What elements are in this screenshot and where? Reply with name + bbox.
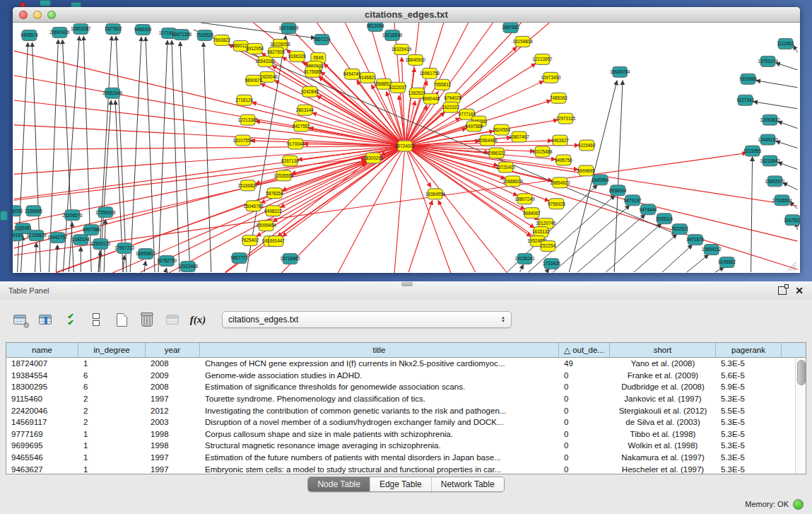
- graph-node[interactable]: 9466160: [134, 24, 152, 35]
- graph-edge[interactable]: [776, 141, 798, 148]
- graph-node[interactable]: 16640910: [406, 54, 426, 65]
- graph-node[interactable]: 9857771: [230, 253, 248, 264]
- graph-node[interactable]: 8427552: [293, 121, 310, 132]
- graph-node[interactable]: 18107554: [233, 135, 253, 146]
- graph-edge[interactable]: [715, 267, 724, 272]
- graph-node[interactable]: 12973115: [555, 113, 575, 124]
- graph-edge[interactable]: [438, 200, 476, 272]
- graph-edge[interactable]: [634, 234, 677, 272]
- graph-edge[interactable]: [35, 243, 36, 272]
- graph-node[interactable]: 7515526: [196, 30, 213, 40]
- graph-edge[interactable]: [180, 42, 190, 272]
- graph-node[interactable]: 9827508: [267, 47, 285, 57]
- graph-node[interactable]: 9329966: [739, 74, 757, 84]
- graph-edge[interactable]: [158, 40, 167, 272]
- graph-node[interactable]: 16995817: [136, 249, 156, 259]
- graph-node[interactable]: 8938934: [609, 185, 627, 196]
- graph-node[interactable]: 12444153: [758, 134, 778, 145]
- graph-edge[interactable]: [778, 122, 798, 129]
- graph-node[interactable]: 12505135: [90, 239, 111, 250]
- graph-node[interactable]: 252254: [541, 241, 556, 252]
- tab-node-table[interactable]: Node Table: [308, 477, 370, 491]
- graph-edge[interactable]: [317, 95, 399, 143]
- graph-node[interactable]: 15751074: [758, 56, 778, 66]
- graph-edge[interactable]: [165, 268, 167, 272]
- graph-edge[interactable]: [553, 205, 630, 272]
- graph-node[interactable]: 19942757: [47, 233, 68, 243]
- graph-edge[interactable]: [56, 245, 57, 272]
- splitter-handle[interactable]: [401, 282, 413, 286]
- graph-edge[interactable]: [14, 160, 367, 241]
- column-header-pagerank[interactable]: pagerank: [716, 343, 782, 357]
- graph-node[interactable]: 20691406: [49, 27, 70, 37]
- graph-node[interactable]: 9245652: [718, 257, 736, 268]
- table-row[interactable]: 911546021997Tourette syndrome. Phenomeno…: [6, 393, 806, 405]
- graph-node[interactable]: 19384554: [425, 189, 446, 199]
- graph-node[interactable]: 12923468: [178, 262, 199, 272]
- graph-node[interactable]: 3624554: [493, 124, 510, 135]
- graph-edge[interactable]: [204, 42, 211, 272]
- graph-node[interactable]: 9997588: [83, 225, 100, 235]
- graph-node[interactable]: 16961758: [420, 68, 440, 78]
- graph-node[interactable]: 9175685: [304, 66, 322, 77]
- graph-node[interactable]: 9684067: [523, 208, 541, 218]
- graph-edge[interactable]: [14, 146, 405, 150]
- graph-node[interactable]: 17359928: [95, 207, 116, 218]
- graph-edge[interactable]: [123, 255, 124, 272]
- graph-node[interactable]: 8471876: [686, 235, 704, 245]
- graph-edge[interactable]: [778, 162, 798, 169]
- scrollbar-thumb[interactable]: [797, 360, 806, 385]
- graph-node[interactable]: 1640954: [592, 175, 609, 185]
- zoom-window-icon[interactable]: [47, 11, 56, 19]
- graph-node[interactable]: 9242848: [301, 86, 319, 97]
- table-row[interactable]: 1456911722003Disruption of a novel membe…: [6, 416, 806, 428]
- graph-node[interactable]: 9170044: [287, 139, 305, 149]
- graph-node[interactable]: 1733426: [543, 259, 560, 269]
- graph-node[interactable]: 9890676: [245, 75, 262, 86]
- graph-node[interactable]: 20553346: [102, 88, 123, 98]
- graph-node[interactable]: 2616050: [13, 206, 23, 216]
- graph-edge[interactable]: [687, 255, 709, 272]
- graph-node[interactable]: 7986322: [488, 148, 505, 158]
- graph-node[interactable]: 15046768: [243, 201, 264, 211]
- graph-node[interactable]: 9474444: [640, 204, 657, 215]
- graph-node[interactable]: 939159: [13, 230, 23, 241]
- graph-node[interactable]: 1167533: [784, 215, 800, 226]
- graph-node[interactable]: 8186328: [288, 51, 306, 62]
- graph-edge[interactable]: [172, 40, 180, 272]
- graph-node[interactable]: 8990448: [422, 93, 440, 104]
- graph-edge[interactable]: [261, 83, 399, 144]
- graph-node[interactable]: 18325419: [392, 44, 412, 54]
- network-select-dropdown[interactable]: citations_edges.txt ▲▼: [222, 311, 512, 328]
- graph-node[interactable]: 13535554: [273, 170, 294, 181]
- graph-node[interactable]: 8267130: [281, 156, 299, 166]
- graph-node[interactable]: 9115460: [578, 140, 596, 151]
- graph-node[interactable]: 12156829: [26, 230, 47, 241]
- graph-node[interactable]: 1691447: [267, 236, 285, 247]
- table-row[interactable]: 1938455462009Genome-wide association stu…: [6, 370, 806, 382]
- close-window-icon[interactable]: [19, 11, 28, 19]
- graph-node[interactable]: 1112063: [777, 38, 794, 49]
- graph-node[interactable]: 19136141: [514, 254, 535, 264]
- table-row[interactable]: 1830029562008Estimation of significance …: [6, 381, 806, 393]
- graph-node[interactable]: 15692971: [765, 176, 785, 187]
- graph-node[interactable]: 5878354: [266, 188, 283, 199]
- graph-node[interactable]: 9756928: [548, 199, 565, 209]
- column-header-year[interactable]: year: [146, 343, 200, 357]
- table-row[interactable]: 1872400712008Changes of HCN gene express…: [6, 358, 806, 370]
- graph-node[interactable]: 10654112: [702, 245, 722, 255]
- tab-edge-table[interactable]: Edge Table: [370, 477, 432, 491]
- graph-node[interactable]: 2803144: [296, 105, 314, 115]
- graph-node[interactable]: 10688609: [502, 176, 523, 187]
- graph-node[interactable]: 16671358: [172, 29, 192, 40]
- graph-edge[interactable]: [793, 45, 797, 52]
- graph-node[interactable]: 20206576: [62, 210, 83, 221]
- graph-node[interactable]: 17957233: [114, 243, 135, 254]
- graph-node[interactable]: 7485063: [550, 93, 567, 103]
- graph-node[interactable]: 16033809: [278, 23, 299, 33]
- graph-node[interactable]: 12213383: [237, 115, 258, 125]
- graph-edge[interactable]: [753, 102, 798, 109]
- graph-node[interactable]: 12213957: [532, 54, 553, 64]
- graph-node[interactable]: 7955812: [433, 79, 451, 90]
- graph-node[interactable]: 1621022: [442, 102, 459, 112]
